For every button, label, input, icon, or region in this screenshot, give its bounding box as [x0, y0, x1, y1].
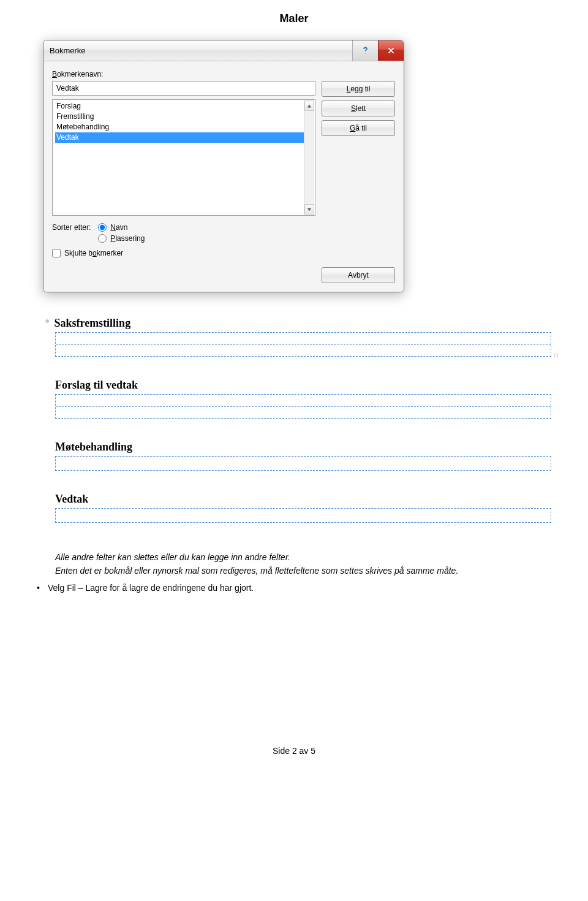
bookmark-name-input[interactable]	[52, 81, 315, 96]
bullet-text: Velg Fil – Lagre for å lagre de endringe…	[48, 583, 254, 593]
merge-field	[55, 394, 551, 419]
hidden-bookmarks-checkbox[interactable]: Skjulte bokmerker	[52, 249, 395, 257]
dialog-title: Bokmerke	[50, 46, 352, 55]
merge-field	[55, 456, 551, 471]
merge-field	[55, 508, 551, 523]
svg-marker-4	[307, 208, 311, 211]
page-footer: Side 2 av 5	[37, 746, 551, 756]
section-forslag: Forslag til vedtak	[37, 379, 551, 419]
para-2: Enten det er bokmål eller nynorsk mal so…	[55, 566, 551, 576]
radio-name[interactable]: Navn	[98, 223, 145, 232]
section-motebehandling: Møtebehandling	[37, 441, 551, 471]
delete-button[interactable]: Slett	[322, 101, 395, 116]
radio-location[interactable]: Plassering	[98, 234, 145, 243]
cancel-button[interactable]: Avbryt	[322, 267, 395, 283]
instruction-text: Alle andre felter kan slettes eller du k…	[37, 552, 551, 593]
bookmark-name-label: Bokmerkenavn:	[52, 70, 395, 78]
bullet-icon: •	[37, 583, 42, 593]
svg-marker-3	[307, 104, 311, 107]
scroll-up-icon[interactable]	[304, 101, 314, 111]
add-button[interactable]: Legg til	[322, 81, 395, 97]
page-title: Maler	[37, 12, 551, 25]
section-vedtak: Vedtak	[37, 493, 551, 523]
bullet-item: • Velg Fil – Lagre for å lagre de endrin…	[37, 583, 551, 593]
section-heading: Vedtak	[55, 493, 88, 505]
bookmark-list[interactable]: Forslag Fremstilling Møtebehandling Vedt…	[52, 99, 315, 216]
section-heading: Saksfremstilling	[54, 317, 130, 329]
list-item[interactable]: Møtebehandling	[55, 122, 304, 132]
para-1: Alle andre felter kan slettes eller du k…	[55, 552, 551, 562]
section-heading: Møtebehandling	[55, 441, 132, 453]
goto-button[interactable]: Gå til	[322, 120, 395, 136]
scroll-down-icon[interactable]	[304, 204, 314, 215]
dialog-body: Bokmerkenavn: // tiny helper so label re…	[43, 61, 404, 292]
list-item[interactable]: Forslag	[55, 101, 304, 112]
list-item[interactable]: Fremstilling	[55, 112, 304, 122]
titlebar: Bokmerke	[43, 40, 404, 61]
bookmark-dialog: Bokmerke Bokmerkenavn:	[43, 40, 404, 292]
section-saksfremstilling: ⎆ Saksfremstilling □	[37, 317, 551, 357]
end-marker-icon: □	[554, 352, 558, 359]
scrollbar[interactable]	[304, 101, 314, 215]
close-button[interactable]	[378, 40, 404, 61]
sort-label: Sorter etter:	[52, 223, 91, 232]
merge-field: □	[55, 332, 551, 357]
svg-point-0	[365, 53, 366, 53]
list-item[interactable]: Vedtak	[55, 132, 304, 143]
anchor-icon: ⎆	[45, 317, 51, 324]
section-heading: Forslag til vedtak	[55, 379, 138, 391]
help-button[interactable]	[352, 40, 378, 61]
